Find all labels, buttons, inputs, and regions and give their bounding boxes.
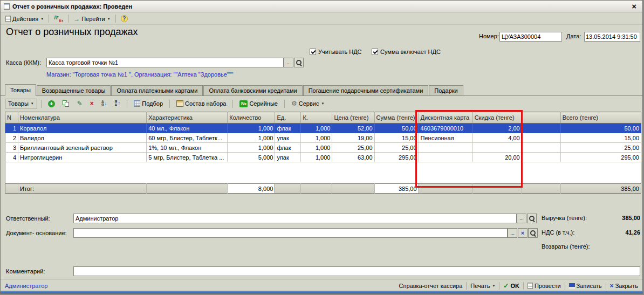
cell-qty[interactable]: 1,000 [228,124,275,133]
save-button[interactable]: Записать [569,283,602,289]
cell-discount[interactable] [472,143,522,153]
cell-spacer[interactable] [522,133,560,143]
cell-discount[interactable]: 20,00 [472,153,522,162]
goto-button[interactable]: → Перейти ▼ [71,14,113,24]
cell-k[interactable]: 1,000 [301,133,332,143]
col-price[interactable]: Цена (тенге) [332,112,374,124]
cell-discount-card[interactable]: Пенсионная [419,133,472,143]
dtkt-button[interactable]: ДтКт [52,14,65,24]
copy-row-button[interactable] [60,99,72,108]
date-field[interactable]: 13.05.2014 9:31:50 [584,32,640,42]
table-row[interactable]: 1 Корвалол 40 мл., Флакон 1,000 флак 1,0… [5,124,641,133]
cell-nomenclature[interactable]: Корвалол [18,124,147,133]
vat-included-checkbox[interactable]: Сумма включает НДС [372,48,441,56]
cell-unit[interactable]: флак [275,124,301,133]
cell-n[interactable]: 4 [5,153,18,162]
cell-total[interactable]: 50,00 [560,124,641,133]
print-button[interactable]: Печать ▼ [470,283,495,289]
pick-button[interactable]: Подбор [131,99,166,108]
responsible-search-button[interactable] [527,214,537,223]
tab-pogashenie-sertifikatami[interactable]: Погашение подарочными сертификатами [303,85,429,95]
tab-oplata-platezhnymi-kartami[interactable]: Оплата платежными картами [111,85,203,95]
col-total[interactable]: Всего (тенге) [560,112,641,124]
cell-discount-card[interactable] [419,153,472,162]
col-discount-card[interactable]: Дисконтная карта [419,112,472,124]
kkm-field[interactable]: Касса торговой точки №1 [46,58,284,67]
cell-discount[interactable]: 4,00 [472,133,522,143]
actions-button[interactable]: Действия ▼ [3,14,46,24]
cell-price[interactable]: 25,00 [332,143,374,153]
kkm-search-button[interactable] [294,58,304,67]
post-button[interactable]: Провести [527,283,561,289]
cell-total[interactable]: 295,00 [560,153,641,162]
col-sum[interactable]: Сумма (тенге) [374,112,419,124]
cell-n[interactable]: 1 [5,124,18,133]
cell-k[interactable]: 1,000 [301,124,332,133]
table-row[interactable]: 4 Нитроглицерин 5 мгр, Блистер, Таблетка… [5,153,641,162]
tab-podarki[interactable]: Подарки [429,85,463,95]
cell-unit[interactable]: упак [275,133,301,143]
edit-row-button[interactable]: ✎ [74,99,85,108]
cell-spec[interactable]: 5 мгр, Блистер, Таблетка ... [147,153,228,162]
comment-field[interactable] [73,266,640,276]
cell-discount-card[interactable]: 4603679000010 [419,124,472,133]
cell-price[interactable]: 63,00 [332,153,374,162]
cell-n[interactable]: 2 [5,133,18,143]
cell-nomenclature[interactable]: Нитроглицерин [18,153,147,162]
tab-oplata-bankovskimi-kreditami[interactable]: Оплата банковскими кредитами [203,85,302,95]
responsible-ellipsis-button[interactable]: ... [517,214,526,223]
cell-spacer[interactable] [522,143,560,153]
ok-button[interactable]: ✓ OK [503,283,519,289]
cell-qty[interactable]: 5,000 [228,153,275,162]
kkm-ellipsis-button[interactable]: ... [284,58,293,67]
cell-unit[interactable]: упак [275,153,301,162]
cell-qty[interactable]: 1,000 [228,143,275,153]
basis-search-button[interactable] [528,228,538,238]
close-button[interactable]: × Закрыть [610,283,638,289]
cell-nomenclature[interactable]: Валидол [18,133,147,143]
cell-sum[interactable]: 50,00 [374,124,419,133]
number-field[interactable]: ЦУАЗА300004 [499,32,562,42]
col-discount[interactable]: Скидка (тенге) [472,112,522,124]
cell-total[interactable]: 15,00 [560,133,641,143]
cell-spec[interactable]: 1%, 10 мл., Флакон [147,143,228,153]
serial-numbers-button[interactable]: № Серийные [237,99,280,108]
cell-qty[interactable]: 1,000 [228,133,275,143]
cell-discount-card[interactable] [419,143,472,153]
responsible-field[interactable]: Администратор [73,214,517,223]
service-button[interactable]: ⚙ Сервис ▼ [289,99,327,108]
cell-price[interactable]: 52,00 [332,124,374,133]
rows-menu-button[interactable]: Товары ▼ [5,99,37,108]
col-unit[interactable]: Ед. [275,112,301,124]
sort-desc-button[interactable]: ЯА↑ [112,99,124,108]
basis-ellipsis-button[interactable]: ... [508,228,517,238]
cell-unit[interactable]: флак [275,143,301,153]
cell-spacer[interactable] [522,124,560,133]
cell-k[interactable]: 1,000 [301,153,332,162]
cell-sum[interactable]: 25,00 [374,143,419,153]
basis-clear-button[interactable]: × [518,228,527,238]
tab-tovary[interactable]: Товары [5,84,36,96]
col-qty[interactable]: Количество [228,112,275,124]
cell-nomenclature[interactable]: Бриллиантовый зеленый раствор [18,143,147,153]
cell-n[interactable]: 3 [5,143,18,153]
cell-spec[interactable]: 60 мгр, Блистер, Таблетк... [147,133,228,143]
cell-sum[interactable]: 15,00 [374,133,419,143]
vat-checkbox[interactable]: Учитывать НДС [310,48,362,56]
cell-sum[interactable]: 295,00 [374,153,419,162]
table-row[interactable]: 2 Валидол 60 мгр, Блистер, Таблетк... 1,… [5,133,641,143]
add-row-button[interactable]: + [45,99,58,108]
table-row[interactable]: 3 Бриллиантовый зеленый раствор 1%, 10 м… [5,143,641,153]
table-empty-area[interactable] [5,162,641,184]
tab-vozvrashchennye-tovary[interactable]: Возвращенные товары [37,85,111,95]
cell-spacer[interactable] [522,153,560,162]
cell-spec[interactable]: 40 мл., Флакон [147,124,228,133]
cell-price[interactable]: 19,00 [332,133,374,143]
delete-row-button[interactable]: × [87,99,97,108]
cell-k[interactable]: 1,000 [301,143,332,153]
cell-total[interactable]: 25,00 [560,143,641,153]
set-contents-button[interactable]: Состав набора [174,99,229,108]
col-n[interactable]: N [5,112,18,124]
cell-discount[interactable]: 2,00 [472,124,522,133]
col-spacer[interactable] [522,112,560,124]
